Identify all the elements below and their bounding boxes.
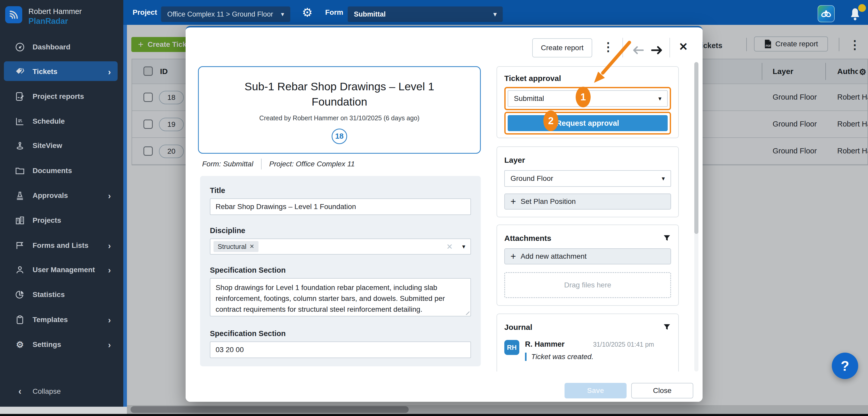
annotation-highlight-box-2: Request approval bbox=[504, 112, 671, 135]
form-selector[interactable]: Submittal ▾ bbox=[348, 6, 503, 22]
pie-chart-icon bbox=[14, 289, 25, 300]
clipboard-icon bbox=[14, 314, 25, 325]
attachments-card: Attachments + Add new attachment Drag fi… bbox=[497, 225, 679, 306]
collapse-label: Collapse bbox=[33, 387, 61, 395]
sidebar-item-label: Dashboard bbox=[33, 43, 70, 51]
journal-timestamp: 31/10/2025 01:41 pm bbox=[593, 341, 654, 348]
brand-name[interactable]: PlanRadar bbox=[28, 17, 68, 26]
chevron-right-icon: › bbox=[108, 265, 111, 275]
siteview-person-icon bbox=[14, 140, 25, 151]
filter-funnel-icon[interactable] bbox=[663, 234, 671, 242]
spec-code-label: Specification Section bbox=[210, 329, 471, 338]
journal-entry-text: Ticket was created. bbox=[525, 353, 654, 361]
sidebar-item-statistics[interactable]: Statistics bbox=[0, 286, 123, 303]
chevron-right-icon: › bbox=[108, 191, 111, 201]
spec-code-input[interactable]: 03 20 00 bbox=[210, 341, 471, 358]
save-button[interactable]: Save bbox=[564, 383, 627, 398]
chevron-down-icon: ▾ bbox=[658, 95, 661, 102]
buildings-icon bbox=[14, 215, 25, 226]
modal-scrollbar-thumb[interactable] bbox=[694, 62, 699, 234]
next-ticket-arrow-icon[interactable] bbox=[650, 44, 663, 56]
journal-entry: RH R. Hammer 31/10/2025 01:41 pm Ticket … bbox=[504, 340, 671, 361]
journal-heading: Journal bbox=[504, 323, 532, 332]
form-label: Form bbox=[325, 0, 343, 25]
sidebar-item-tickets[interactable]: Tickets › bbox=[0, 63, 123, 80]
help-button[interactable]: ? bbox=[832, 353, 858, 379]
sidebar-item-projects[interactable]: Projects bbox=[0, 212, 123, 229]
sidebar: Robert Hammer PlanRadar Dashboard Ticket… bbox=[0, 0, 123, 407]
sidebar-item-user-management[interactable]: User Management › bbox=[0, 261, 123, 278]
spec-section-label: Specification Section bbox=[210, 266, 471, 274]
folder-icon bbox=[14, 165, 25, 176]
spec-section-textarea[interactable]: Shop drawings for Level 1 foundation reb… bbox=[210, 278, 471, 317]
sidebar-item-label: Tickets bbox=[33, 67, 57, 76]
sidebar-item-label: Approvals bbox=[33, 191, 68, 200]
chevron-down-icon: ▾ bbox=[462, 243, 465, 250]
sidebar-item-label: Schedule bbox=[33, 117, 65, 125]
sidebar-item-label: Projects bbox=[33, 216, 61, 225]
plus-icon: + bbox=[510, 251, 516, 262]
file-dropzone[interactable]: Drag files here bbox=[504, 272, 671, 298]
chevron-left-icon: ‹ bbox=[14, 386, 25, 397]
chevron-down-icon: ▾ bbox=[487, 10, 497, 18]
form-meta: Form: Submittal bbox=[202, 160, 253, 168]
project-settings-gear-icon[interactable]: ⚙ bbox=[302, 0, 312, 25]
sidebar-item-templates[interactable]: Templates › bbox=[0, 311, 123, 328]
project-label: Project bbox=[133, 0, 157, 25]
chevron-down-icon: ▾ bbox=[274, 10, 284, 18]
project-selector[interactable]: Office Complex 11 > Ground Floor ▾ bbox=[161, 6, 290, 22]
ticket-meta-line: Form: Submittal Project: Office Complex … bbox=[202, 158, 355, 170]
sidebar-item-label: Statistics bbox=[33, 291, 65, 299]
annotation-step-1: 1 bbox=[576, 87, 591, 107]
sidebar-item-settings[interactable]: ⚙ Settings › bbox=[0, 336, 123, 353]
dashboard-icon bbox=[14, 42, 25, 53]
top-bar: Project Office Complex 11 > Ground Floor… bbox=[0, 0, 868, 25]
sidebar-item-siteview[interactable]: SiteView bbox=[0, 137, 123, 154]
butterfly-logo-icon bbox=[820, 8, 832, 20]
attachments-heading: Attachments bbox=[504, 234, 551, 243]
ticket-tag-icon bbox=[14, 66, 25, 77]
close-button[interactable]: Close bbox=[631, 383, 693, 398]
sidebar-item-project-reports[interactable]: Project reports bbox=[0, 88, 123, 105]
connect-app-icon[interactable] bbox=[817, 5, 835, 22]
sidebar-accent-strip bbox=[123, 25, 127, 407]
planradar-logo bbox=[5, 6, 22, 23]
stamp-icon bbox=[14, 190, 25, 201]
sidebar-item-label: Templates bbox=[33, 316, 68, 324]
report-icon bbox=[14, 91, 25, 102]
sidebar-item-schedule[interactable]: Schedule bbox=[0, 113, 123, 130]
chevron-right-icon: › bbox=[108, 315, 111, 325]
project-selector-value: Office Complex 11 > Ground Floor bbox=[167, 10, 273, 18]
title-field-input[interactable]: Rebar Shop Drawings – Level 1 Foundation bbox=[210, 199, 471, 215]
notification-badge-dot bbox=[858, 4, 866, 12]
chevron-right-icon: › bbox=[108, 340, 111, 350]
user-icon bbox=[14, 264, 25, 275]
chevron-down-icon: ▾ bbox=[662, 175, 665, 182]
ticket-title: Sub-1 Rebar Shop Drawings – Level 1 Foun… bbox=[222, 79, 457, 110]
discipline-multiselect[interactable]: Structural ✕ ✕ ▾ bbox=[210, 239, 471, 255]
resize-handle[interactable] bbox=[464, 310, 469, 315]
request-approval-button[interactable]: Request approval bbox=[508, 115, 668, 131]
set-plan-position-button[interactable]: + Set Plan Position bbox=[504, 194, 671, 210]
add-attachment-button[interactable]: + Add new attachment bbox=[504, 248, 671, 264]
discipline-chip[interactable]: Structural ✕ bbox=[214, 241, 258, 252]
sidebar-item-forms-and-lists[interactable]: Forms and Lists › bbox=[0, 237, 123, 254]
clear-field-icon[interactable]: ✕ bbox=[446, 242, 462, 251]
filter-funnel-icon[interactable] bbox=[663, 323, 671, 331]
avatar: RH bbox=[504, 340, 519, 355]
sidebar-item-documents[interactable]: Documents bbox=[0, 162, 123, 179]
remove-chip-icon[interactable]: ✕ bbox=[249, 243, 254, 250]
window-bottom-edge bbox=[0, 414, 868, 416]
sidebar-collapse-button[interactable]: ‹ Collapse bbox=[0, 383, 123, 400]
sidebar-item-approvals[interactable]: Approvals › bbox=[0, 187, 123, 204]
ticket-form-panel: Title Rebar Shop Drawings – Level 1 Foun… bbox=[200, 176, 481, 366]
layer-heading: Layer bbox=[504, 156, 671, 165]
layer-dropdown[interactable]: Ground Floor ▾ bbox=[504, 170, 671, 187]
sidebar-item-dashboard[interactable]: Dashboard bbox=[0, 38, 123, 56]
project-meta: Project: Office Complex 11 bbox=[269, 160, 355, 168]
sidebar-item-label: Documents bbox=[33, 167, 72, 175]
sidebar-item-label: User Management bbox=[33, 266, 95, 274]
ticket-id-badge: 18 bbox=[332, 128, 347, 144]
close-modal-icon[interactable]: ✕ bbox=[679, 40, 688, 53]
plus-icon: + bbox=[510, 196, 516, 207]
